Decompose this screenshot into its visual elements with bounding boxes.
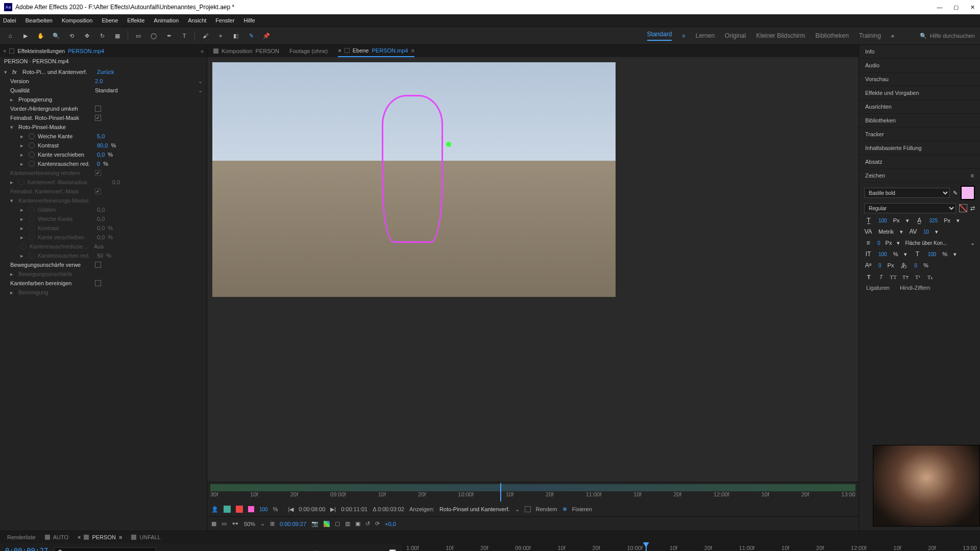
preview-icon[interactable]: ⊞ bbox=[270, 520, 275, 527]
person-icon[interactable]: 👤 bbox=[211, 506, 218, 513]
eraser-tool-icon[interactable]: ◧ bbox=[231, 31, 241, 41]
snapshot-icon[interactable]: 📷 bbox=[311, 520, 318, 527]
panel-character[interactable]: Zeichen≡ bbox=[859, 169, 980, 183]
stopwatch-icon[interactable] bbox=[29, 142, 35, 148]
workspace-kleiner[interactable]: Kleiner Bildschirm bbox=[756, 32, 805, 39]
pen-tool-icon[interactable]: ✒ bbox=[164, 31, 174, 41]
tab-person[interactable]: ×PERSON≡ bbox=[78, 534, 122, 540]
resolution-icon[interactable]: ▭ bbox=[222, 520, 227, 527]
workspace-overflow-icon[interactable]: » bbox=[891, 33, 894, 39]
close-icon[interactable]: × bbox=[338, 47, 341, 54]
timeline-search[interactable]: 🔍 bbox=[54, 547, 156, 551]
menu-ebene[interactable]: Ebene bbox=[102, 17, 118, 23]
panel-content-aware-fill[interactable]: Inhaltsbasierte Füllung bbox=[859, 141, 980, 155]
type-tool-icon[interactable]: T bbox=[179, 31, 189, 41]
render-checkbox[interactable] bbox=[525, 506, 531, 512]
panel-preview[interactable]: Vorschau bbox=[859, 72, 980, 86]
fill-color-swatch[interactable] bbox=[961, 186, 975, 200]
allcaps-button[interactable]: TT bbox=[889, 272, 898, 282]
workspace-lernen[interactable]: Lernen bbox=[696, 32, 715, 39]
comp-flowchart-icon[interactable]: ⚙ bbox=[311, 547, 321, 551]
menu-icon[interactable]: ≡ bbox=[411, 47, 414, 54]
lock-icon[interactable] bbox=[345, 48, 350, 53]
lock-icon[interactable] bbox=[9, 48, 14, 54]
swap-colors-icon[interactable]: ⇄ bbox=[970, 205, 975, 212]
panel-menu-icon[interactable]: ≡ bbox=[971, 172, 974, 179]
bold-button[interactable]: T bbox=[864, 272, 873, 282]
alpha-icon[interactable]: ▦ bbox=[211, 520, 216, 527]
menu-datei[interactable]: Datei bbox=[3, 17, 16, 23]
fine-roto-checkbox[interactable] bbox=[95, 115, 101, 121]
invert-checkbox[interactable] bbox=[95, 106, 101, 112]
reset-link[interactable]: Zurück bbox=[97, 69, 114, 75]
subscript-button[interactable]: T₁ bbox=[925, 272, 935, 282]
minimize-button[interactable]: — bbox=[936, 4, 943, 11]
twirl-icon[interactable]: ▾ bbox=[10, 124, 15, 131]
rotate-tool-icon[interactable]: ↻ bbox=[97, 31, 107, 41]
workspace-menu-icon[interactable]: ≡ bbox=[682, 33, 685, 39]
menu-ansicht[interactable]: Ansicht bbox=[188, 17, 206, 23]
twirl-icon[interactable]: ▾ bbox=[4, 69, 9, 76]
menu-animation[interactable]: Animation bbox=[154, 17, 179, 23]
motion-blur-icon[interactable]: 🏷 bbox=[372, 547, 382, 551]
channel-icon[interactable]: 👓 bbox=[232, 520, 239, 527]
panel-libraries[interactable]: Bibliotheken bbox=[859, 114, 980, 128]
prop-feather-value[interactable]: 5,0 bbox=[97, 133, 105, 139]
current-timecode[interactable]: 0:00:09:27 bbox=[5, 546, 48, 552]
prop-noise-value[interactable]: 0 bbox=[97, 161, 100, 167]
decontaminate-checkbox[interactable] bbox=[95, 280, 101, 286]
stroke-mode-dropdown[interactable]: Fläche über Kon... bbox=[905, 240, 965, 246]
superscript-button[interactable]: T¹ bbox=[913, 272, 922, 282]
playhead[interactable] bbox=[500, 483, 501, 502]
close-icon[interactable]: × bbox=[78, 534, 81, 540]
menu-effekte[interactable]: Effekte bbox=[127, 17, 144, 23]
puppet-tool-icon[interactable]: 📌 bbox=[261, 31, 272, 41]
help-search[interactable]: 🔍 Hilfe durchsuchen bbox=[920, 33, 975, 39]
ellipse-tool-icon[interactable]: ◯ bbox=[149, 31, 159, 41]
stopwatch-icon[interactable] bbox=[29, 152, 35, 158]
panel-effects-presets[interactable]: Effekte und Vorgaben bbox=[859, 86, 980, 100]
current-time[interactable]: 0:00:09:27 bbox=[280, 521, 306, 527]
workspace-bibliotheken[interactable]: Bibliotheken bbox=[816, 32, 849, 39]
tab-auto[interactable]: AUTO bbox=[45, 534, 68, 540]
close-button[interactable]: ✕ bbox=[969, 4, 976, 11]
view-mode-dropdown[interactable]: Roto-Pinsel und Kantenverf. bbox=[439, 506, 510, 512]
italic-button[interactable]: T bbox=[876, 272, 886, 282]
menu-hilfe[interactable]: Hilfe bbox=[244, 17, 255, 23]
fx-icon[interactable]: fx bbox=[12, 69, 19, 75]
layer-viewer[interactable] bbox=[207, 57, 859, 482]
menu-bearbeiten[interactable]: Bearbeiten bbox=[26, 17, 53, 23]
tab-layer[interactable]: ×EbenePERSON.mp4≡ bbox=[338, 45, 414, 57]
region-icon[interactable]: ↺ bbox=[365, 520, 370, 527]
panel-info[interactable]: Info bbox=[859, 45, 980, 59]
twirl-icon[interactable]: ▸ bbox=[10, 96, 15, 103]
no-stroke-icon[interactable] bbox=[959, 204, 967, 212]
mask-icon[interactable]: ▣ bbox=[355, 520, 360, 527]
timeline-tracks[interactable]: 1:00f10f20f09:00f10f20f10:00f10f20f11:00… bbox=[403, 543, 980, 551]
zoom-dropdown[interactable]: 50% bbox=[244, 521, 255, 527]
motion-blur-checkbox[interactable] bbox=[95, 262, 101, 268]
twirl-icon[interactable]: ▸ bbox=[20, 133, 26, 140]
overlay-color-icon[interactable] bbox=[248, 506, 254, 512]
maximize-button[interactable]: ▢ bbox=[952, 4, 960, 11]
twirl-icon[interactable]: ▸ bbox=[20, 142, 26, 149]
tab-footage[interactable]: Footage (ohne) bbox=[289, 48, 328, 54]
hand-tool-icon[interactable]: ✋ bbox=[36, 31, 46, 41]
propagation-icon[interactable] bbox=[224, 506, 231, 513]
clone-tool-icon[interactable]: ⌖ bbox=[215, 31, 226, 41]
orbit-tool-icon[interactable]: ⟲ bbox=[66, 31, 77, 41]
font-family-dropdown[interactable]: Bastile bold bbox=[864, 188, 950, 198]
layer-time-ruler[interactable]: 30f10f20f09:00f10f20f10:00f10f20f11:00f1… bbox=[207, 482, 859, 502]
status-icon[interactable] bbox=[236, 506, 243, 513]
timeline-playhead[interactable] bbox=[646, 543, 647, 551]
roto-brush-tool-icon[interactable]: ✎ bbox=[246, 31, 256, 41]
panel-align[interactable]: Ausrichten bbox=[859, 100, 980, 114]
stopwatch-icon[interactable] bbox=[29, 161, 35, 167]
effect-name[interactable]: Roto-Pi... und Kantenverf. bbox=[22, 69, 94, 75]
draft-3d-icon[interactable]: ◈ bbox=[326, 547, 336, 551]
workspace-standard[interactable]: Standard bbox=[647, 31, 672, 41]
prop-shift-value[interactable]: 0,0 bbox=[97, 152, 105, 158]
prop-version-value[interactable]: 2.0 bbox=[95, 78, 103, 84]
tab-composition[interactable]: KompositionPERSON bbox=[213, 48, 279, 54]
dropdown-icon[interactable]: ⌄ bbox=[198, 78, 203, 85]
